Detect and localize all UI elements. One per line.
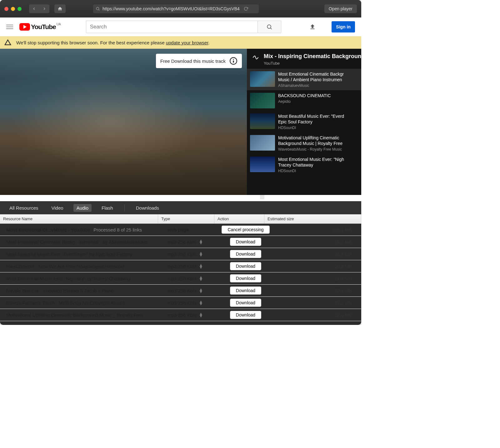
download-button[interactable]: Download xyxy=(230,286,261,295)
progress-text: Processed 8 of 25 links xyxy=(93,227,142,232)
table-row[interactable]: Most Beautiful Music Ever "Everdream" by… xyxy=(0,248,361,260)
tab-separator xyxy=(124,204,125,211)
download-button[interactable]: Download xyxy=(230,262,261,270)
playlist-items: Most Emotional Cinematic Backgr Music / … xyxy=(247,69,361,176)
table-row[interactable]: Nuvole Bianche - Ludovico Einaudi \\ Jac… xyxy=(0,285,361,297)
quality-stepper[interactable]: ▴▾ xyxy=(200,251,202,256)
th-action[interactable]: Action xyxy=(214,214,264,223)
resource-tabs: All Resources Video Audio Flash Download… xyxy=(0,201,361,214)
svg-line-1 xyxy=(99,10,100,11)
reload-icon xyxy=(244,7,248,11)
estimated-size: 16,2 MB xyxy=(334,239,352,245)
search-button[interactable] xyxy=(258,21,281,33)
cancel-button[interactable]: Cancel processing xyxy=(222,226,269,234)
playlist-item-subtitle: Epic Soul Factory xyxy=(278,119,358,125)
quality-stepper[interactable]: ▴▾ xyxy=(200,239,202,244)
estimated-size: 166,4 MB xyxy=(332,227,352,232)
video-player[interactable]: Free Download this music track xyxy=(0,49,247,195)
resource-name: Most Emotional Ci...vMusic - YouTube xyxy=(6,227,90,232)
estimated-size: 31,3 MB xyxy=(334,251,352,257)
close-window-button[interactable] xyxy=(4,7,8,11)
playlist-item[interactable]: BACKSOUND CINEMATIC Aepidio xyxy=(247,90,361,111)
download-button[interactable]: Download xyxy=(230,274,261,282)
zoom-window-button[interactable] xyxy=(18,7,22,11)
estimated-size: 14,3 MB xyxy=(334,276,352,281)
tab-video[interactable]: Video xyxy=(48,204,67,212)
svg-point-2 xyxy=(267,25,271,28)
playlist-thumbnail xyxy=(250,135,275,151)
playlist-item-subtitle: Tracey Chattaway xyxy=(278,162,358,168)
playlist-item-title: BACKSOUND CINEMATIC xyxy=(278,93,358,98)
tab-all-resources[interactable]: All Resources xyxy=(6,204,42,212)
app-window: https://www.youtube.com/watch?v=goMlSWvt… xyxy=(0,0,361,325)
estimated-size: 29,8 MB xyxy=(334,264,352,269)
table-row[interactable]: Most Emotional Music Ever "Nightsky" by … xyxy=(0,272,361,285)
tab-flash[interactable]: Flash xyxy=(98,204,116,212)
estimated-size: 22,4 MB xyxy=(334,288,352,293)
upload-button[interactable] xyxy=(309,23,316,30)
resource-type: mp3 256 Kb/s xyxy=(168,251,197,257)
quality-stepper[interactable]: ▴▾ xyxy=(200,276,202,281)
download-button[interactable]: Download xyxy=(230,250,261,258)
playlist-item-title: Most Emotional Music Ever: "Nigh xyxy=(278,157,358,162)
minimize-window-button[interactable] xyxy=(11,7,15,11)
home-button[interactable] xyxy=(54,4,66,13)
resource-type: mp3 256 Kb/s xyxy=(168,288,197,293)
playlist-item-author: HDSounDI xyxy=(278,126,358,130)
quality-stepper[interactable]: ▴▾ xyxy=(200,264,202,269)
playlist-panel: Mix - Inspiring Cinematic Backgroun YouT… xyxy=(247,49,361,195)
open-player-button[interactable]: Open player xyxy=(324,4,357,13)
table-row[interactable]: Most Emotional Ci...vMusic - YouTube Pro… xyxy=(0,224,361,236)
banner-text: We'll stop supporting this browser soon.… xyxy=(16,40,210,45)
estimated-size: 12,0 MB xyxy=(334,312,352,318)
chevron-left-icon xyxy=(32,7,36,11)
playlist-item-author: WavebeatsMusic - Royalty Free Music xyxy=(278,147,358,152)
forward-button[interactable] xyxy=(39,4,49,13)
info-icon xyxy=(229,57,238,65)
address-bar[interactable]: https://www.youtube.com/watch?v=goMlSWvt… xyxy=(93,4,259,13)
table-row[interactable]: Most Emotional Cinematic Backg...trument… xyxy=(0,236,361,248)
reload-button[interactable] xyxy=(242,5,250,12)
chevron-right-icon xyxy=(42,7,47,11)
tab-audio[interactable]: Audio xyxy=(73,204,92,212)
resource-name: Breeze Fantastic Fresh - MBB [Vlog No Co… xyxy=(6,300,124,306)
search-icon xyxy=(96,7,100,11)
svg-line-3 xyxy=(270,28,272,29)
playlist-item[interactable]: Most Emotional Cinematic Backgr Music / … xyxy=(247,69,361,90)
download-button[interactable]: Download xyxy=(230,299,261,307)
tab-downloads[interactable]: Downloads xyxy=(133,204,162,212)
back-button[interactable] xyxy=(29,4,39,13)
region-label: UA xyxy=(57,22,61,26)
quality-stepper[interactable]: ▴▾ xyxy=(200,312,202,317)
table-row[interactable]: Motivational Uplifting Cinematic Backgro… xyxy=(0,309,361,321)
mix-icon xyxy=(252,54,259,61)
playlist-header: Mix - Inspiring Cinematic Backgroun YouT… xyxy=(247,49,361,69)
info-card[interactable]: Free Download this music track xyxy=(156,54,242,68)
playlist-item[interactable]: Most Emotional Music Ever: "Nigh Tracey … xyxy=(247,154,361,176)
download-button[interactable]: Download xyxy=(230,311,261,319)
th-type[interactable]: Type xyxy=(158,214,214,223)
playlist-item-subtitle: Background Music | Royalty Free xyxy=(278,141,358,146)
playlist-item[interactable]: Motivational Uplifting Cinematic Backgro… xyxy=(247,132,361,154)
download-button[interactable]: Download xyxy=(230,238,261,246)
update-browser-link[interactable]: update your browser xyxy=(166,40,208,45)
youtube-play-icon xyxy=(19,23,30,31)
th-name[interactable]: Resource Name xyxy=(0,214,158,223)
th-size[interactable]: Estimated size xyxy=(264,214,361,223)
youtube-logo[interactable]: YouTube UA xyxy=(19,23,61,31)
warning-icon xyxy=(4,39,11,46)
playlist-item[interactable]: Most Beautiful Music Ever: "Everd Epic S… xyxy=(247,111,361,132)
menu-button[interactable] xyxy=(6,23,13,30)
quality-stepper[interactable]: ▴▾ xyxy=(200,300,202,305)
table-row[interactable]: Breeze Fantastic Fresh - MBB [Vlog No Co… xyxy=(0,297,361,309)
sign-in-button[interactable]: Sign in xyxy=(332,21,355,32)
resource-name: Hans Zimmer - Now We Are Free (Magdelayn… xyxy=(6,264,124,269)
playlist-item-title: Motivational Uplifting Cinematic xyxy=(278,135,358,141)
resource-type: mp3 256 Kb/s xyxy=(168,312,197,318)
resource-name: Most Emotional Cinematic Backg...trument… xyxy=(6,239,148,245)
search-input[interactable] xyxy=(86,21,258,33)
playlist-thumbnail xyxy=(250,93,275,108)
table-row[interactable]: Hans Zimmer - Now We Are Free (Magdelayn… xyxy=(0,260,361,272)
quality-stepper[interactable]: ▴▾ xyxy=(200,288,202,293)
playlist-item-title: Most Emotional Cinematic Backgr xyxy=(278,71,358,77)
